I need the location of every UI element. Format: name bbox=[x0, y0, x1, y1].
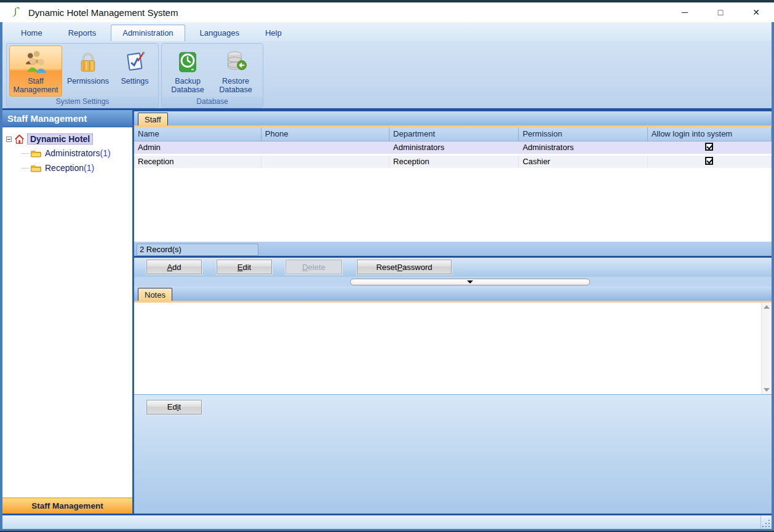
tab-notes[interactable]: Notes bbox=[138, 288, 172, 301]
status-bar-fill bbox=[2, 515, 760, 529]
table-row[interactable]: Admin Administrators Administrators bbox=[134, 141, 772, 154]
folder-icon bbox=[31, 164, 41, 172]
tree-item-reception[interactable]: Reception(1) bbox=[22, 161, 130, 175]
cell-department: Administrators bbox=[389, 141, 519, 154]
reset-password-button[interactable]: Reset Password bbox=[357, 260, 452, 274]
cell-permission: Cashier bbox=[519, 154, 647, 169]
notes-textarea[interactable] bbox=[134, 303, 761, 394]
ribbon-tab-home[interactable]: Home bbox=[10, 25, 54, 41]
ribbon: Staff Management bbox=[2, 41, 772, 110]
ribbon-button-label: Database bbox=[171, 85, 204, 94]
cell-permission: Administrators bbox=[519, 141, 647, 154]
notes-scrollbar[interactable] bbox=[761, 303, 772, 394]
permissions-button[interactable]: Permissions bbox=[62, 46, 114, 97]
restore-database-icon bbox=[223, 49, 249, 76]
notes-edit-button[interactable]: Edit bbox=[146, 400, 202, 415]
ribbon-button-label: Management bbox=[14, 85, 58, 94]
padlock-icon bbox=[75, 49, 101, 76]
grip-dots-icon bbox=[768, 526, 770, 527]
cell-name: Reception bbox=[134, 154, 261, 169]
status-bar bbox=[2, 514, 772, 529]
sidebar: Staff Management Dynamic Hotel bbox=[2, 110, 134, 514]
tree-collapse-icon[interactable] bbox=[6, 137, 12, 142]
home-icon bbox=[14, 135, 25, 144]
ribbon-group-label: System Settings bbox=[7, 97, 158, 108]
backup-database-button[interactable]: Backup Database bbox=[164, 46, 211, 97]
ribbon-button-label: Permissions bbox=[67, 77, 109, 85]
tree-item-dynamic-hotel[interactable]: Dynamic Hotel bbox=[6, 132, 130, 146]
tree-item-administrators[interactable]: Administrators(1) bbox=[22, 146, 130, 161]
staff-tree: Dynamic Hotel Administrators(1) bbox=[2, 127, 132, 498]
maximize-button[interactable]: □ bbox=[703, 2, 738, 22]
scroll-up-icon[interactable] bbox=[764, 305, 770, 309]
nav-staff-management-button[interactable]: Staff Management bbox=[2, 498, 132, 514]
tree-item-count: (1) bbox=[100, 148, 110, 158]
ribbon-button-label: Backup bbox=[171, 77, 204, 85]
title-bar: Dynamic Hotel Management System ─ □ ✕ bbox=[0, 2, 774, 22]
notes-edit-row: Edit bbox=[134, 395, 772, 514]
app-logo-icon bbox=[10, 6, 23, 18]
settings-clipboard-icon bbox=[122, 49, 148, 76]
close-button[interactable]: ✕ bbox=[738, 2, 774, 22]
ribbon-button-label: Database bbox=[219, 85, 252, 94]
tree-connector bbox=[22, 153, 30, 154]
tree-connector bbox=[22, 168, 30, 169]
minimize-button[interactable]: ─ bbox=[667, 2, 703, 22]
chevron-down-icon bbox=[467, 280, 473, 284]
ribbon-button-label: Settings bbox=[121, 77, 148, 85]
table-row[interactable]: Reception Reception Cashier bbox=[134, 154, 772, 169]
column-header-name[interactable]: Name bbox=[134, 127, 261, 141]
ribbon-tab-reports[interactable]: Reports bbox=[57, 25, 108, 41]
cell-department: Reception bbox=[389, 154, 519, 169]
content-panel: Staff Name Phone Department Permission A… bbox=[134, 110, 772, 514]
tab-staff[interactable]: Staff bbox=[138, 113, 168, 125]
column-header-permission[interactable]: Permission bbox=[519, 127, 647, 141]
column-header-allow-login[interactable]: Allow login into system bbox=[647, 127, 771, 141]
ribbon-group-database: Backup Database bbox=[161, 43, 263, 108]
ribbon-button-label: Restore bbox=[219, 77, 252, 85]
cell-phone bbox=[261, 141, 389, 154]
ribbon-tab-row: Home Reports Administration Languages He… bbox=[2, 22, 772, 41]
column-header-department[interactable]: Department bbox=[389, 127, 519, 141]
action-button-row: Add Edit Delete Reset Password bbox=[134, 258, 772, 277]
record-count-bar: 2 Record(s) bbox=[134, 242, 772, 258]
splitter-collapse-handle[interactable] bbox=[350, 279, 590, 285]
column-header-phone[interactable]: Phone bbox=[261, 127, 389, 141]
tree-item-count: (1) bbox=[84, 163, 94, 173]
cell-phone bbox=[261, 154, 389, 169]
record-count: 2 Record(s) bbox=[137, 244, 258, 256]
tree-item-label[interactable]: Reception bbox=[45, 163, 84, 173]
grid-header-row: Name Phone Department Permission Allow l… bbox=[134, 127, 772, 141]
ribbon-group-system-settings: Staff Management bbox=[6, 43, 159, 108]
app-window: Dynamic Hotel Management System ─ □ ✕ Ho… bbox=[0, 2, 774, 531]
sidebar-title: Staff Management bbox=[2, 110, 132, 127]
staff-people-icon bbox=[23, 49, 49, 76]
backup-drive-icon bbox=[175, 49, 201, 76]
ribbon-tab-help[interactable]: Help bbox=[254, 25, 293, 41]
cell-name: Admin bbox=[134, 141, 261, 154]
staff-management-button[interactable]: Staff Management bbox=[9, 46, 62, 97]
settings-button[interactable]: Settings bbox=[114, 46, 156, 97]
ribbon-button-label: Staff bbox=[14, 77, 58, 85]
tree-root-label[interactable]: Dynamic Hotel bbox=[27, 133, 93, 145]
allow-login-checkbox[interactable] bbox=[705, 143, 713, 151]
window-title: Dynamic Hotel Management System bbox=[28, 7, 178, 18]
edit-button[interactable]: Edit bbox=[217, 260, 272, 274]
folder-icon bbox=[31, 149, 41, 157]
scroll-down-icon[interactable] bbox=[764, 388, 770, 392]
tree-item-label[interactable]: Administrators bbox=[45, 148, 100, 158]
horizontal-splitter[interactable] bbox=[134, 277, 772, 287]
notes-section bbox=[134, 303, 772, 395]
notes-tab-strip: Notes bbox=[134, 287, 772, 303]
ribbon-tab-languages[interactable]: Languages bbox=[189, 25, 250, 41]
staff-tab-strip: Staff bbox=[134, 111, 772, 127]
allow-login-checkbox[interactable] bbox=[705, 157, 713, 165]
resize-grip[interactable] bbox=[760, 515, 772, 529]
ribbon-tab-administration[interactable]: Administration bbox=[111, 25, 185, 41]
restore-database-button[interactable]: Restore Database bbox=[211, 46, 260, 97]
add-button[interactable]: Add bbox=[146, 260, 202, 274]
staff-grid: Name Phone Department Permission Allow l… bbox=[134, 127, 772, 242]
delete-button[interactable]: Delete bbox=[285, 260, 342, 274]
ribbon-group-label: Database bbox=[162, 97, 263, 108]
